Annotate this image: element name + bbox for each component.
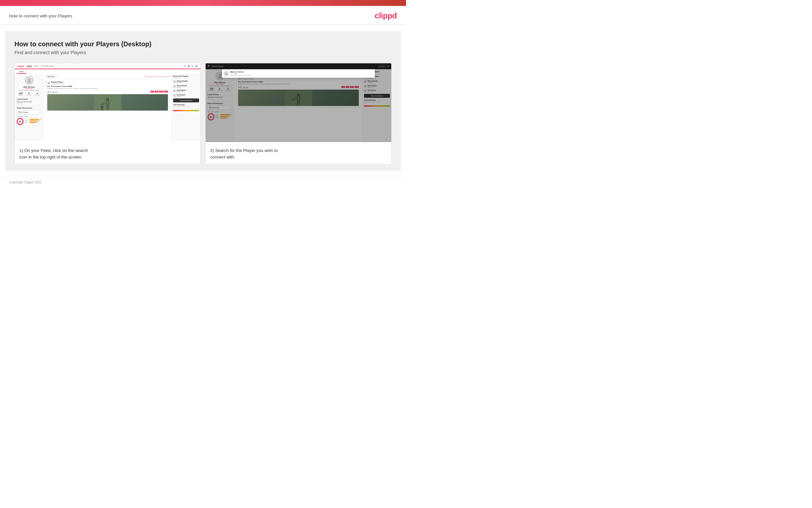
profile-avatar-1 xyxy=(25,76,34,85)
mock-app-1: clippd Home Teams My Performance 🔍 👤 ⚙ 👤… xyxy=(15,64,200,142)
nav-performance-1[interactable]: My Performance xyxy=(41,65,54,67)
stat-following-1: 4 Following xyxy=(35,92,40,96)
tag-ott-1: OTT xyxy=(150,91,154,92)
dropdown-arrow-1: ▼ xyxy=(39,112,40,113)
mock-right-panel-1: Most Active Players Last 30 days Richard… xyxy=(172,74,200,141)
svg-point-0 xyxy=(28,78,31,81)
score-circle-1: 84 xyxy=(17,118,23,125)
heatmap-scale-1: -5+5 xyxy=(173,108,199,109)
latest-activity-val-1: Afternoon round of golf xyxy=(17,101,41,103)
following-btn-1[interactable]: Following ▾ xyxy=(46,75,56,78)
player-performance-title-1: Player Performance xyxy=(17,107,41,109)
player-acts-4: Activities: 1 xyxy=(177,96,199,97)
stat-followers-label-1: Followers xyxy=(27,94,32,96)
tag-app-1: APP xyxy=(155,91,158,92)
svg-point-6 xyxy=(225,74,228,76)
footer: Copyright Clippd 2022 xyxy=(0,177,406,187)
heatmap-title-1: Team Heatmap xyxy=(173,104,199,106)
header: How to connect with your Players clippd xyxy=(0,6,406,25)
screenshots-row: clippd Home Teams My Performance 🔍 👤 ⚙ 👤… xyxy=(14,63,392,164)
player-item-3: Hiral Pujara Activities: 3 xyxy=(173,89,199,92)
activity-card-1: Richard Butler Yesterday · The Grove Pre… xyxy=(46,79,170,112)
svg-point-5 xyxy=(226,73,227,74)
player-acts-1: Activities: 7 xyxy=(177,82,199,83)
top-bar xyxy=(0,0,406,6)
mock-logo-1: clippd xyxy=(17,65,24,67)
main-content: How to connect with your Players (Deskto… xyxy=(5,31,401,171)
mock-nav-icons-1: 🔍 👤 ⚙ 👤 xyxy=(183,65,198,67)
svg-point-1 xyxy=(27,81,31,83)
bars-container-1: OTT 79 APP 70 ARG xyxy=(25,118,41,123)
mock-left-panel-1: Blair McHarg Golf Coach Mill Ride Golf C… xyxy=(15,74,44,141)
stat-activities-label-1: Activities xyxy=(18,94,23,96)
control-link-1[interactable]: Control who can see your activity and da… xyxy=(145,76,170,78)
active-players-title-1: Most Active Players xyxy=(173,75,199,77)
team-dashboard-btn-1[interactable]: Team Dashboard xyxy=(173,98,199,102)
latest-activity-date-1: 27 Jul 2022 xyxy=(17,103,41,104)
mock-nav-1: clippd Home Teams My Performance 🔍 👤 ⚙ 👤 xyxy=(15,64,200,69)
activity-desc-1: Walking the course with my coach to buil… xyxy=(47,88,168,89)
player-item-4: Eli Vincent Activities: 1 xyxy=(173,94,199,97)
nav-home-1[interactable]: Home xyxy=(27,65,32,67)
svg-rect-2 xyxy=(94,94,121,111)
logo: clippd xyxy=(375,11,397,20)
user-icon-1[interactable]: 👤 xyxy=(187,65,190,67)
active-players-subtitle-1: Last 30 days xyxy=(173,78,199,79)
hero-subtitle: Find and connect with your Players xyxy=(14,50,392,55)
header-title: How to connect with your Players xyxy=(9,13,72,18)
quality-label-1: Total Player Quality xyxy=(17,116,41,117)
player-name-sm-1: Eli Vincent xyxy=(21,112,38,113)
mock-feed-tab-1[interactable]: Feed xyxy=(17,70,26,74)
tag-arg-1: ARG xyxy=(159,91,163,92)
result-avatar-2 xyxy=(224,71,229,76)
step2-description: 2) Search for the Player you wish to con… xyxy=(206,142,391,164)
settings-icon-1[interactable]: ⚙ xyxy=(191,65,194,67)
activity-person-sub-1: Yesterday · The Grove xyxy=(51,83,64,85)
search-result-2: Marcus Turner 1·5 Handicap Cypress Point… xyxy=(222,69,375,78)
mock-center-panel-1: Following ▾ Control who can see your act… xyxy=(44,74,172,141)
mock-nav-items-1: Home Teams My Performance xyxy=(27,65,54,67)
activity-title-1: Pre Tournament Course Walk xyxy=(47,85,168,87)
stat-followers-val-1: 3 xyxy=(27,92,32,94)
copyright: Copyright Clippd 2022 xyxy=(9,180,42,184)
mock-app-2: 🔍 Marcus Turner CLEAR ✕ xyxy=(206,64,391,142)
player-item-1: Richard Butler Activities: 7 xyxy=(173,80,199,83)
svg-point-3 xyxy=(106,98,109,102)
nav-teams-1[interactable]: Teams xyxy=(34,65,39,67)
player-avatar-sm-1 xyxy=(18,111,21,114)
activity-avatar-1 xyxy=(47,82,50,84)
player-select-1[interactable]: Eli Vincent ▼ xyxy=(17,110,41,115)
player-acts-3: Activities: 3 xyxy=(177,91,199,92)
screenshot-panel-1: clippd Home Teams My Performance 🔍 👤 ⚙ 👤… xyxy=(14,63,201,164)
screenshot-panel-2: 🔍 Marcus Turner CLEAR ✕ xyxy=(205,63,392,164)
hero-title: How to connect with your Players (Deskto… xyxy=(14,40,392,48)
player-acts-2: Activities: 4 xyxy=(177,87,199,88)
stats-row-1: 129 Activities 3 Followers 4 Following xyxy=(17,92,41,96)
stat-following-label-1: Following xyxy=(35,94,40,96)
latest-activity-label-1: Latest Activity xyxy=(17,98,41,100)
tag-putt-1: PUTT xyxy=(164,91,168,92)
duration-val-1: 02 hr : 00 min xyxy=(47,91,57,93)
stat-following-val-1: 4 xyxy=(35,92,40,94)
player-item-2: Piers Parnell Activities: 4 xyxy=(173,85,199,88)
stat-activities-1: 129 Activities xyxy=(18,92,23,96)
result-club-2: Cypress Point Club, United Kingdom xyxy=(230,75,251,76)
activity-img-1 xyxy=(47,94,168,111)
avatar-icon-1[interactable]: 👤 xyxy=(195,65,198,67)
stat-activities-val-1: 129 xyxy=(18,92,23,94)
profile-club-1: Mill Ride Golf Club, United Kingdom xyxy=(17,90,41,91)
search-icon-1[interactable]: 🔍 xyxy=(183,65,186,67)
step1-description: 1) On your Feed, click on the search ico… xyxy=(15,142,200,164)
stat-followers-1: 3 Followers xyxy=(27,92,32,96)
mock-body-1: Blair McHarg Golf Coach Mill Ride Golf C… xyxy=(15,74,200,141)
heatmap-subtitle-1: Player Quality · 20 Round Trend xyxy=(173,106,199,107)
following-row-1: Following ▾ Control who can see your act… xyxy=(46,75,170,78)
heatmap-bar-1 xyxy=(173,110,199,111)
